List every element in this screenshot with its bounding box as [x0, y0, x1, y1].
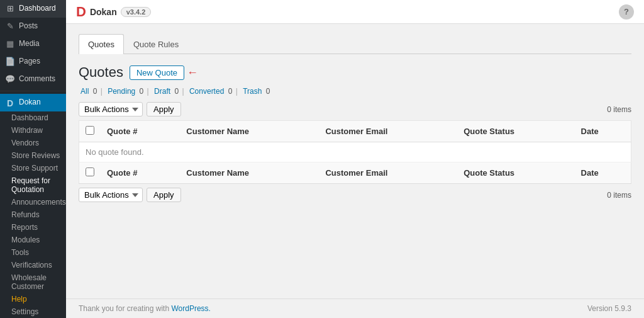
- footer-version: Version 5.9.3: [587, 304, 631, 313]
- th-checkbox: [79, 121, 101, 142]
- sidebar: ⊞ Dashboard ✎ Posts ▦ Media 📄 Pages 💬 Co…: [0, 0, 66, 318]
- filter-pending[interactable]: Pending: [108, 87, 135, 96]
- quotes-table: Quote # Customer Name Customer Email Quo…: [79, 120, 631, 184]
- sidebar-item-vendors[interactable]: Vendors: [0, 137, 66, 149]
- filter-trash[interactable]: Trash: [243, 87, 262, 96]
- items-count-top: 0 items: [607, 105, 631, 114]
- sidebar-item-announcements[interactable]: Announcements: [0, 196, 66, 208]
- bulk-actions-dropdown-bottom[interactable]: Bulk Actions: [79, 188, 143, 202]
- topbar-brand: D Dokan v3.4.2: [76, 4, 151, 20]
- filter-all-count: 0: [93, 87, 97, 96]
- sidebar-label-comments: Comments: [19, 74, 55, 84]
- th-quote-number-bottom: Quote #: [101, 162, 180, 184]
- sidebar-label-media: Media: [19, 39, 40, 49]
- sidebar-item-help[interactable]: Help: [0, 293, 66, 305]
- sidebar-item-reports[interactable]: Reports: [0, 221, 66, 234]
- select-all-checkbox-bottom[interactable]: [86, 168, 94, 176]
- wordpress-link[interactable]: WordPress.: [171, 304, 210, 313]
- media-icon: ▦: [5, 39, 15, 49]
- filter-trash-count: 0: [266, 87, 270, 96]
- select-all-checkbox-top[interactable]: [86, 126, 94, 135]
- bulk-select-bottom: Bulk Actions: [79, 188, 143, 202]
- items-count-bottom: 0 items: [607, 191, 631, 200]
- th-date-bottom: Date: [575, 162, 631, 184]
- sidebar-item-verifications[interactable]: Verifications: [0, 259, 66, 271]
- th-quote-status-bottom: Quote Status: [457, 162, 574, 184]
- sidebar-item-refunds[interactable]: Refunds: [0, 208, 66, 221]
- apply-button-bottom[interactable]: Apply: [147, 188, 181, 202]
- table-toolbar-bottom-left: Bulk Actions Apply: [79, 188, 181, 202]
- th-customer-name: Customer Name: [180, 121, 319, 142]
- main-area: D Dokan v3.4.2 ? Quotes Quote Rules Quot…: [66, 0, 644, 318]
- dokan-logo: D: [76, 4, 86, 20]
- sidebar-label-posts: Posts: [19, 21, 38, 31]
- filter-bar: All 0 | Pending 0 | Draft 0 | Converted …: [79, 87, 631, 96]
- th-date: Date: [575, 121, 631, 142]
- sidebar-item-withdraw[interactable]: Withdraw: [0, 124, 66, 137]
- sidebar-item-dokan[interactable]: D Dokan: [0, 94, 66, 111]
- dokan-icon: D: [5, 98, 15, 108]
- th-quote-status: Quote Status: [457, 121, 574, 142]
- sidebar-item-dashboard[interactable]: ⊞ Dashboard: [0, 0, 66, 18]
- th-checkbox-bottom: [79, 162, 101, 184]
- sidebar-item-media[interactable]: ▦ Media: [0, 35, 66, 53]
- tab-quotes[interactable]: Quotes: [79, 34, 124, 54]
- topbar: D Dokan v3.4.2 ?: [66, 0, 644, 24]
- help-icon-button[interactable]: ?: [619, 4, 634, 20]
- topbar-right: ?: [619, 4, 634, 20]
- sidebar-item-tools[interactable]: Tools: [0, 246, 66, 259]
- th-quote-number: Quote #: [101, 121, 180, 142]
- posts-icon: ✎: [5, 21, 15, 31]
- sidebar-item-pages[interactable]: 📄 Pages: [0, 53, 66, 71]
- page-heading: Quotes New Quote ←: [79, 64, 631, 81]
- table-header-row: Quote # Customer Name Customer Email Quo…: [79, 121, 631, 142]
- dashboard-icon: ⊞: [5, 4, 15, 14]
- filter-pending-count: 0: [140, 87, 144, 96]
- table-toolbar-top: Bulk Actions Apply 0 items: [79, 102, 631, 116]
- footer-thank-you: Thank you for creating with WordPress.: [79, 304, 211, 313]
- new-quote-arrow-icon: ←: [187, 66, 198, 79]
- new-quote-button[interactable]: New Quote: [130, 65, 184, 80]
- table-toolbar-top-left: Bulk Actions Apply: [79, 102, 181, 116]
- sidebar-label-dokan: Dokan: [19, 98, 41, 108]
- sidebar-label-dashboard: Dashboard: [19, 4, 56, 14]
- sidebar-item-comments[interactable]: 💬 Comments: [0, 71, 66, 88]
- bulk-actions-dropdown-top[interactable]: Bulk Actions: [79, 102, 143, 116]
- sidebar-item-modules[interactable]: Modules: [0, 234, 66, 246]
- sidebar-item-store-support[interactable]: Store Support: [0, 162, 66, 174]
- table-toolbar-bottom: Bulk Actions Apply 0 items: [79, 188, 631, 202]
- apply-button-top[interactable]: Apply: [147, 102, 181, 116]
- filter-all[interactable]: All: [80, 87, 89, 96]
- content-area: Quotes Quote Rules Quotes New Quote ← Al…: [66, 24, 644, 298]
- sidebar-divider-1: [0, 91, 66, 91]
- version-badge: v3.4.2: [121, 7, 152, 17]
- page-title: Quotes: [79, 64, 123, 81]
- tab-bar: Quotes Quote Rules: [79, 34, 631, 54]
- sidebar-item-wholesale-customer[interactable]: Wholesale Customer: [0, 271, 66, 293]
- table-footer-header-row: Quote # Customer Name Customer Email Quo…: [79, 162, 631, 184]
- th-customer-email-bottom: Customer Email: [319, 162, 457, 184]
- comments-icon: 💬: [5, 74, 15, 84]
- sidebar-label-pages: Pages: [19, 57, 40, 67]
- no-data-row: No quote found.: [79, 142, 631, 162]
- brand-name: Dokan: [90, 7, 117, 17]
- tab-quote-rules[interactable]: Quote Rules: [124, 34, 188, 54]
- sidebar-item-posts[interactable]: ✎ Posts: [0, 18, 66, 35]
- sidebar-item-dashboard-sub[interactable]: Dashboard: [0, 111, 66, 124]
- th-customer-name-bottom: Customer Name: [180, 162, 319, 184]
- no-data-message: No quote found.: [79, 142, 631, 162]
- sidebar-item-settings[interactable]: Settings: [0, 305, 66, 318]
- th-customer-email: Customer Email: [319, 121, 457, 142]
- sidebar-item-store-reviews[interactable]: Store Reviews: [0, 149, 66, 162]
- bulk-select-top: Bulk Actions: [79, 102, 143, 116]
- new-quote-wrapper: New Quote ←: [130, 65, 184, 80]
- filter-converted[interactable]: Converted: [189, 87, 224, 96]
- pages-icon: 📄: [5, 57, 15, 67]
- filter-draft-count: 0: [174, 87, 179, 96]
- sidebar-item-request-quotation[interactable]: Request for Quotation ←: [0, 174, 66, 196]
- filter-draft[interactable]: Draft: [154, 87, 170, 96]
- filter-converted-count: 0: [228, 87, 233, 96]
- footer: Thank you for creating with WordPress. V…: [66, 298, 644, 318]
